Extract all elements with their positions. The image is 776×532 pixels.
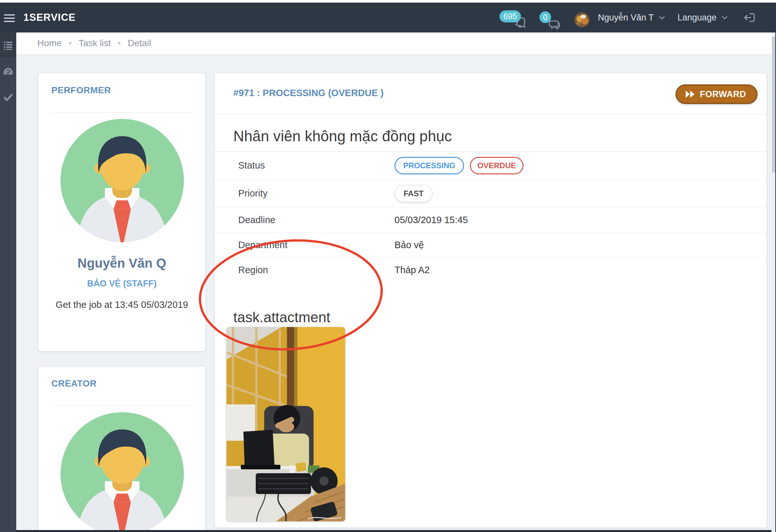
- deadline-value: 05/03/2019 15:45: [394, 215, 468, 225]
- field-row-deadline: Deadline 05/03/2019 15:45: [215, 208, 767, 233]
- language-menu[interactable]: Language: [677, 3, 728, 32]
- user-avatar[interactable]: [575, 12, 589, 27]
- field-label: Status: [215, 160, 394, 171]
- sidebar-item-approvals[interactable]: [0, 84, 16, 110]
- forward-button[interactable]: FORWARD: [675, 84, 758, 104]
- creator-avatar: [60, 412, 184, 532]
- task-detail-card: #971 : PROCESSING (OVERDUE ) FORWARD Nhâ…: [214, 73, 767, 528]
- field-row-department: Department Bảo vệ: [215, 233, 767, 258]
- dashboard-gauge-icon: [3, 67, 13, 76]
- field-label: Region: [215, 265, 394, 275]
- top-navbar: 1SERVICE 695 0 Nguyễn Văn: [0, 3, 776, 32]
- user-menu[interactable]: Nguyễn Văn T: [598, 3, 665, 32]
- task-fields-table: Status PROCESSING OVERDUE Priority FAST …: [215, 151, 767, 283]
- app-brand[interactable]: 1SERVICE: [23, 3, 76, 32]
- creator-card-title: CREATOR: [51, 378, 96, 389]
- field-label: Priority: [215, 188, 394, 199]
- breadcrumb: Home Task list Detail: [16, 32, 776, 54]
- user-name: Nguyễn Văn T: [598, 13, 654, 23]
- breadcrumb-separator: [69, 42, 71, 44]
- performer-name: Nguyễn Văn Q: [38, 256, 205, 271]
- status-badge-processing: PROCESSING: [394, 157, 464, 175]
- priority-badge-fast: FAST: [394, 185, 432, 202]
- breadcrumb-home[interactable]: Home: [37, 38, 62, 48]
- task-card-header: #971 : PROCESSING (OVERDUE ) FORWARD: [215, 73, 767, 115]
- field-label: Department: [215, 240, 394, 250]
- department-value: Bảo vệ: [394, 240, 424, 250]
- language-label: Language: [677, 13, 717, 23]
- field-row-status: Status PROCESSING OVERDUE: [215, 152, 767, 180]
- scrollbar-thumb[interactable]: [772, 36, 775, 173]
- divider: [51, 112, 193, 113]
- performer-assigned-time: Get the job at 13:45 05/03/2019: [38, 299, 205, 310]
- notifications-count-badge[interactable]: 695: [500, 10, 521, 22]
- task-id-status-heading: #971 : PROCESSING (OVERDUE ): [233, 88, 384, 98]
- divider: [51, 406, 193, 406]
- attachment-photo[interactable]: [226, 327, 346, 522]
- messages-count-badge[interactable]: 0: [540, 11, 551, 23]
- field-row-priority: Priority FAST: [215, 180, 767, 208]
- footer-bar: [16, 530, 771, 532]
- breadcrumb-separator: [118, 42, 121, 44]
- breadcrumb-detail: Detail: [128, 38, 151, 48]
- left-sidebar: [0, 32, 16, 532]
- chevron-down-icon: [722, 16, 728, 19]
- forward-button-label: FORWARD: [700, 89, 746, 99]
- performer-card: PERFORMER Nguyễn Văn Q BẢO VỆ (STAFF) Ge…: [38, 73, 206, 351]
- chevron-down-icon: [659, 16, 665, 19]
- hamburger-menu-icon[interactable]: [4, 12, 19, 23]
- attachment-heading: task.attactment: [233, 309, 330, 325]
- sidebar-item-task-list[interactable]: [0, 32, 16, 58]
- window-top-strip: [0, 0, 776, 3]
- performer-avatar: [60, 119, 184, 242]
- app-window: 1SERVICE 695 0 Nguyễn Văn: [0, 0, 776, 532]
- status-badge-overdue: OVERDUE: [470, 157, 524, 175]
- field-row-region: Region Tháp A2: [215, 258, 767, 283]
- list-icon: [4, 41, 13, 50]
- logout-icon[interactable]: [743, 11, 756, 24]
- breadcrumb-task-list[interactable]: Task list: [79, 38, 111, 48]
- field-label: Deadline: [215, 215, 394, 225]
- sidebar-item-dashboard[interactable]: [0, 58, 16, 84]
- region-value: Tháp A2: [394, 265, 430, 275]
- creator-card: CREATOR: [38, 366, 206, 532]
- check-icon: [4, 93, 13, 101]
- performer-role: BẢO VỆ (STAFF): [38, 279, 205, 289]
- task-title: Nhân viên không mặc đồng phục: [233, 127, 452, 145]
- performer-card-title: PERFORMER: [51, 85, 111, 95]
- fast-forward-icon: [685, 90, 696, 98]
